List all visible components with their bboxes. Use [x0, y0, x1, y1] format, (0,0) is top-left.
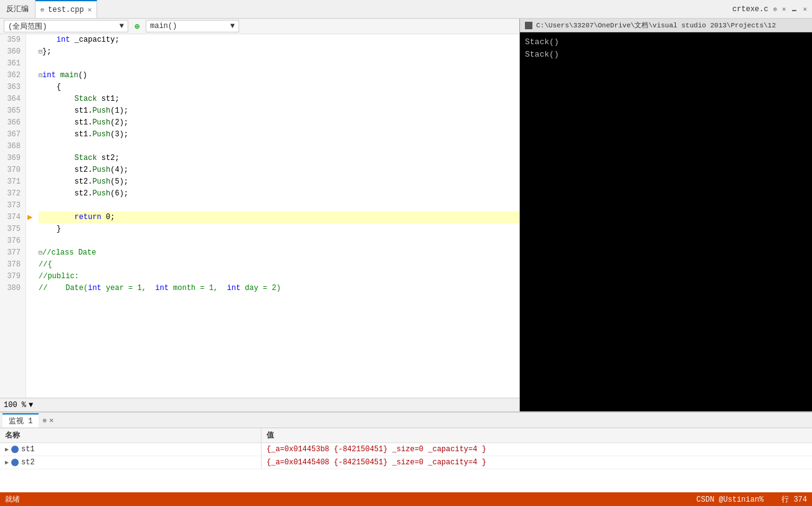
code-line-365: st1.Push(1);: [39, 105, 519, 117]
zoom-dropdown-arrow[interactable]: ▼: [29, 401, 33, 410]
editor-toolbar: (全局范围) ▼ ⊕ main() ▼: [0, 19, 519, 34]
code-line-361: [39, 58, 519, 70]
main-area: (全局范围) ▼ ⊕ main() ▼ 359 360 361 362 363 …: [0, 19, 812, 411]
terminal-line-2: Stack(): [525, 49, 807, 61]
st2-expand-icon[interactable]: ▶: [5, 459, 9, 466]
current-line-arrow: ▶: [27, 212, 32, 222]
zoom-label: 100 %: [4, 401, 26, 410]
terminal-pane: C:\Users\33207\OneDrive\文档\visual studio…: [519, 19, 812, 411]
status-csdn: CSDN @Ustinian%: [696, 495, 763, 504]
editor-content: 359 360 361 362 363 364 365 366 367 368 …: [0, 34, 519, 398]
watch-cell-name-st2: ▶ st2: [0, 456, 262, 469]
terminal-title-bar: C:\Users\33207\OneDrive\文档\visual studio…: [520, 19, 812, 32]
func-label: main(): [150, 22, 177, 30]
func-dropdown[interactable]: main() ▼: [146, 20, 239, 32]
st2-object-icon: [11, 459, 19, 466]
window-close-icon[interactable]: ✕: [803, 5, 807, 13]
code-line-359: int _capacity;: [39, 34, 519, 46]
terminal-body[interactable]: Stack() Stack(): [520, 32, 812, 411]
watch1-label: 监视 1: [9, 417, 32, 426]
crtexe-label: crtexe.c: [732, 5, 768, 14]
terminal-path: C:\Users\33207\OneDrive\文档\visual studio…: [536, 21, 776, 30]
scope-label: (全局范围): [8, 21, 47, 32]
code-area[interactable]: int _capacity; ⊟}; ⊟int main() {: [26, 34, 519, 398]
code-line-364: Stack st1;: [39, 93, 519, 105]
st1-object-icon: [11, 446, 19, 453]
code-line-363: {: [39, 82, 519, 93]
status-left: 就绪: [5, 494, 20, 505]
code-line-373: [39, 200, 519, 212]
func-dropdown-arrow: ▼: [230, 22, 235, 30]
line-numbers: 359 360 361 362 363 364 365 366 367 368 …: [0, 34, 26, 398]
crtexe-pin-icon: ⊕: [773, 6, 777, 13]
watch-cell-value-st2: {_a=0x01445408 {-842150451} _size=0 _cap…: [262, 456, 812, 469]
test-cpp-close-icon[interactable]: ✕: [88, 6, 92, 14]
bottom-area: 监视 1 ⊕ ✕ 名称 值 ▶ st1 {_a=0x014453b8 {-842…: [0, 411, 812, 492]
code-line-369: Stack st2;: [39, 152, 519, 164]
code-line-371: st2.Push(5);: [39, 176, 519, 188]
tab-watch1[interactable]: 监视 1: [2, 413, 39, 428]
tab-test-cpp[interactable]: ⊕ test.cpp ✕: [35, 0, 97, 18]
watch-col-name-header: 名称: [0, 428, 262, 443]
code-line-376: [39, 235, 519, 247]
watch-row-st1: ▶ st1 {_a=0x014453b8 {-842150451} _size=…: [0, 443, 812, 456]
scope-dropdown-arrow: ▼: [120, 22, 124, 30]
test-cpp-pin: ⊕: [40, 6, 44, 14]
scope-dropdown[interactable]: (全局范围) ▼: [4, 20, 128, 32]
code-line-370: st2.Push(4);: [39, 164, 519, 176]
code-line-377: ⊟//class Date: [39, 247, 519, 259]
watch-content: 名称 值 ▶ st1 {_a=0x014453b8 {-842150451} _…: [0, 428, 812, 492]
code-line-372: st2.Push(6);: [39, 188, 519, 200]
code-line-380: // Date(int year = 1, int month = 1, int…: [39, 283, 519, 294]
watch-close-icon[interactable]: ✕: [49, 416, 54, 425]
watch-pin-icon[interactable]: ⊕: [42, 416, 47, 424]
title-bar: 反汇编 ⊕ test.cpp ✕ crtexe.c ⊕ ✕ 🗕 ✕: [0, 0, 812, 19]
code-line-375: }: [39, 223, 519, 235]
crtexe-close-icon[interactable]: ✕: [782, 5, 786, 13]
window-minimize-icon[interactable]: 🗕: [791, 5, 798, 13]
code-line-367: st1.Push(3);: [39, 129, 519, 141]
scope-func-icon: ⊕: [135, 21, 139, 32]
zoom-bar: 100 % ▼: [0, 398, 519, 411]
disassembly-label: 反汇编: [6, 4, 29, 14]
test-cpp-label: test.cpp: [48, 6, 84, 14]
watch-col-value-header: 值: [262, 428, 812, 443]
st1-name-label: st1: [21, 445, 35, 454]
panel-tabs: 监视 1 ⊕ ✕: [0, 413, 812, 428]
code-line-374: return 0;: [39, 212, 519, 223]
watch-rows: ▶ st1 {_a=0x014453b8 {-842150451} _size=…: [0, 443, 812, 492]
status-bar: 就绪 CSDN @Ustinian% 行 374: [0, 492, 812, 506]
watch-cell-name-st1: ▶ st1: [0, 443, 262, 456]
code-line-360: ⊟};: [39, 46, 519, 58]
terminal-line-1: Stack(): [525, 36, 807, 49]
tab-area: 反汇编 ⊕ test.cpp ✕: [0, 0, 97, 18]
code-line-366: st1.Push(2);: [39, 117, 519, 129]
st2-name-label: st2: [21, 458, 35, 467]
st1-expand-icon[interactable]: ▶: [5, 446, 9, 453]
status-right: CSDN @Ustinian% 行 374: [696, 494, 807, 505]
watch-row-st2: ▶ st2 {_a=0x01445408 {-842150451} _size=…: [0, 456, 812, 469]
watch-cell-value-st1: {_a=0x014453b8 {-842150451} _size=0 _cap…: [262, 443, 812, 456]
code-line-379: //public:: [39, 271, 519, 283]
code-line-378: //{: [39, 259, 519, 271]
title-right: crtexe.c ⊕ ✕ 🗕 ✕: [732, 5, 812, 14]
editor-pane: (全局范围) ▼ ⊕ main() ▼ 359 360 361 362 363 …: [0, 19, 519, 411]
terminal-icon: [525, 22, 532, 29]
watch-header: 名称 值: [0, 428, 812, 443]
code-line-368: [39, 141, 519, 152]
status-line-col: 行 374: [781, 495, 807, 504]
panel-tab-actions: ⊕ ✕: [42, 416, 54, 425]
tab-disassembly[interactable]: 反汇编: [0, 0, 35, 18]
code-line-362: ⊟int main(): [39, 70, 519, 82]
